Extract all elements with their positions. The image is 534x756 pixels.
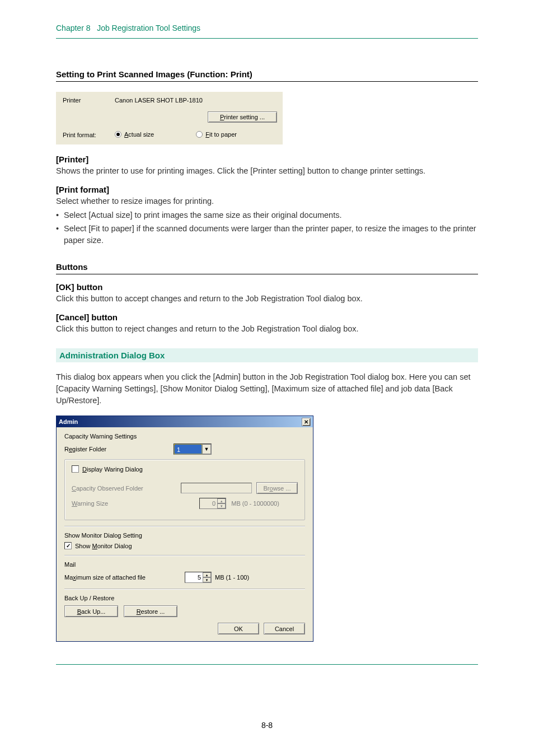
browse-button: Browse ... xyxy=(256,482,298,494)
capacity-observed-input xyxy=(181,483,252,493)
chevron-down-icon: ▼ xyxy=(217,503,226,508)
restore-button[interactable]: Restore ... xyxy=(124,605,177,617)
chevron-down-icon[interactable]: ▼ xyxy=(202,444,211,454)
register-folder-dropdown[interactable]: 1 ▼ xyxy=(174,444,212,455)
admin-dialog: Admin ✕ Capacity Warning Settings Regist… xyxy=(56,416,313,642)
printer-settings-panel: Printer Canon LASER SHOT LBP-1810 Printe… xyxy=(56,92,283,144)
group-capacity: Display Waring Dialog Capacity Observed … xyxy=(64,459,305,520)
radio-icon xyxy=(115,131,121,138)
label-capacity-observed: Capacity Observed Folder xyxy=(72,485,181,492)
label-register-folder: Register Folder xyxy=(64,446,174,452)
checkbox-display-warning[interactable]: Display Waring Dialog xyxy=(72,465,143,473)
warning-size-value: 0 xyxy=(200,500,217,507)
text-print-format-intro: Select whether to resize images for prin… xyxy=(56,195,478,207)
backup-button[interactable]: Back Up... xyxy=(64,605,118,617)
section-title-admin: Administration Dialog Box xyxy=(56,348,478,362)
bullets-print-format: Select [Actual size] to print images the… xyxy=(56,209,478,246)
text-printer-desc: Shows the printer to use for printing im… xyxy=(56,165,478,177)
register-folder-value: 1 xyxy=(174,444,202,454)
subhead-ok: [OK] button xyxy=(56,282,478,292)
label-print-format: Print format: xyxy=(56,132,115,138)
chevron-up-icon: ▲ xyxy=(217,498,226,503)
ok-button[interactable]: OK xyxy=(218,623,259,634)
chapter-number: Chapter 8 xyxy=(56,24,90,32)
warning-size-spinner: 0 ▲ ▼ xyxy=(199,498,226,509)
printer-setting-button[interactable]: Printer setting ... xyxy=(208,111,277,123)
radio-actual-size[interactable]: Actual size xyxy=(115,131,154,138)
text-ok-desc: Click this button to accept changes and … xyxy=(56,293,478,305)
text-admin-intro: This dialog box appears when you click t… xyxy=(56,371,478,407)
chevron-down-icon[interactable]: ▼ xyxy=(203,577,211,582)
max-attach-range: MB (1 - 100) xyxy=(215,574,249,581)
label-capacity-warning-settings: Capacity Warning Settings xyxy=(64,433,305,440)
checkbox-icon xyxy=(72,465,79,473)
label-backup-restore: Back Up / Restore xyxy=(64,595,305,601)
label-max-attach: Maximum size of attached file xyxy=(64,574,185,581)
warning-size-range: MB (0 - 1000000) xyxy=(231,500,279,507)
checkbox-icon xyxy=(64,542,72,549)
max-attach-spinner[interactable]: 5 ▲ ▼ xyxy=(185,572,212,583)
value-printer: Canon LASER SHOT LBP-1810 xyxy=(115,97,283,104)
label-warning-size: Warning Size xyxy=(72,500,181,507)
label-mail: Mail xyxy=(64,561,305,568)
page-number: 8-8 xyxy=(56,721,478,730)
max-attach-value: 5 xyxy=(185,574,203,581)
radio-icon xyxy=(196,131,203,138)
section-title-print: Setting to Print Scanned Images (Functio… xyxy=(56,69,478,82)
dialog-titlebar: Admin ✕ xyxy=(57,416,313,427)
checkbox-show-monitor[interactable]: Show Monitor Dialog xyxy=(64,542,132,549)
cancel-button[interactable]: Cancel xyxy=(264,623,305,634)
label-show-monitor-setting: Show Monitor Dialog Setting xyxy=(64,532,305,539)
subhead-print-format: [Print format] xyxy=(56,185,478,194)
chevron-up-icon[interactable]: ▲ xyxy=(203,572,211,577)
close-icon[interactable]: ✕ xyxy=(302,418,311,426)
bullet-item: Select [Actual size] to print images the… xyxy=(56,209,478,221)
label-printer: Printer xyxy=(56,97,115,104)
subhead-printer: [Printer] xyxy=(56,155,478,164)
bullet-item: Select [Fit to paper] if the scanned doc… xyxy=(56,223,478,246)
subhead-cancel: [Cancel] button xyxy=(56,312,478,322)
chapter-title: Job Registration Tool Settings xyxy=(97,24,200,32)
text-cancel-desc: Click this button to reject changes and … xyxy=(56,323,478,335)
chapter-header: Chapter 8 Job Registration Tool Settings xyxy=(56,24,478,39)
section-title-buttons: Buttons xyxy=(56,262,478,274)
radio-fit-to-paper[interactable]: Fit to paper xyxy=(196,131,237,138)
dialog-title: Admin xyxy=(59,418,78,425)
